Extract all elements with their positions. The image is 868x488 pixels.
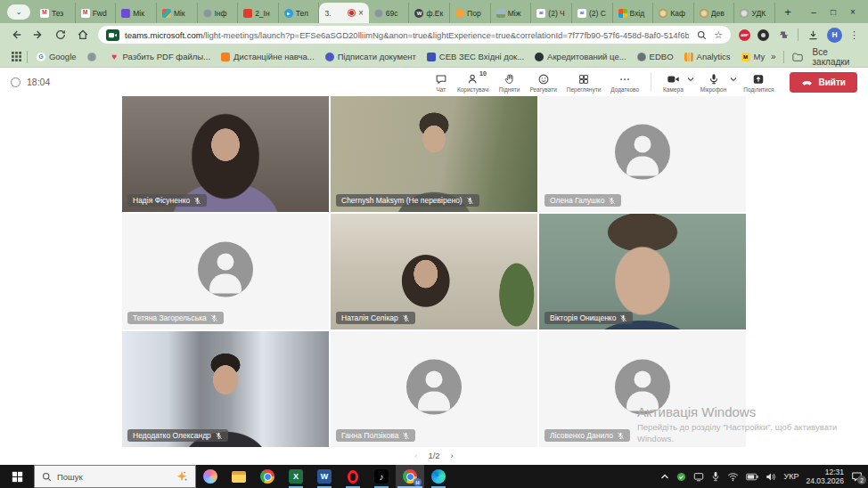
tab-title: Пор [467,9,485,18]
taskbar-app-button[interactable] [424,465,453,488]
profile-avatar[interactable]: H [827,28,842,43]
apps-grid-icon[interactable] [9,50,23,64]
extension-icon[interactable] [757,29,769,41]
participant-tile[interactable]: Надія Фісуненко [122,96,329,212]
adblock-icon[interactable]: ABP [739,29,750,41]
bookmark-item[interactable]: EDBO [632,52,679,61]
participant-grid: Надія Фісуненко Chernysh Maksym (Не пере… [122,96,746,447]
taskbar-app-button[interactable] [196,465,225,488]
participant-tile[interactable]: Олена Галушко [539,96,746,212]
chat-button[interactable]: Чат [430,72,452,93]
menu-kebab-icon[interactable]: ⋮ [849,29,859,41]
tab-search-button[interactable]: ⌄ [7,4,30,20]
bookmark-star-icon[interactable]: ☆ [714,29,723,41]
bookmark-item[interactable]: Google [31,52,82,61]
microphone-button[interactable]: Мікрофон [696,72,732,93]
bookmark-item[interactable]: Analytics [679,52,736,61]
more-button[interactable]: Додатково [606,72,643,93]
bookmark-item[interactable]: Підписати документ [320,52,422,61]
search-highlights-icon[interactable] [176,470,188,483]
participant-tile[interactable]: Недодатко Олександр [122,331,329,447]
raise-hand-button[interactable]: Підняти [495,72,525,93]
browser-tab[interactable]: Між [491,3,532,23]
battery-icon[interactable] [746,473,758,481]
browser-tab[interactable]: УДК [734,3,775,23]
taskbar-app-button[interactable] [310,465,339,488]
page-prev-icon[interactable]: ‹ [414,451,417,460]
view-button[interactable]: Переглянути [562,72,606,93]
share-button[interactable]: Поділитися [739,72,778,93]
tray-chevron-up-icon[interactable] [660,473,669,480]
puzzle-icon[interactable] [776,28,790,42]
bookmark-item[interactable]: Акредитований це... [529,52,632,61]
browser-tab[interactable]: Мік [116,3,157,23]
back-icon[interactable] [9,28,23,42]
forward-icon[interactable] [31,28,45,42]
taskbar-app-button[interactable]: H [396,465,424,488]
bookmark-item[interactable]: Дистанційне навча... [216,52,320,61]
bookmark-item[interactable]: My First Board - Miro [736,52,768,61]
browser-tab[interactable]: (2) С [572,3,613,23]
maximize-button[interactable]: □ [823,7,843,17]
browser-tab[interactable]: Fwd [76,3,117,23]
browser-tab[interactable]: Тез [35,3,76,23]
tray-microphone-icon[interactable] [711,471,720,482]
reload-icon[interactable] [53,28,68,42]
participant-tile[interactable]: Тетяна Загорельська [122,214,329,329]
speaker-icon[interactable] [766,472,776,482]
react-button[interactable]: Реагувати [525,72,561,93]
participant-tile[interactable]: Вікторія Онищенко [539,214,746,329]
taskbar-app-button[interactable] [339,465,367,488]
close-button[interactable]: × [843,7,863,17]
camera-button[interactable]: Камера [659,72,688,93]
browser-tab[interactable]: 2_Ін [238,3,279,23]
browser-tab[interactable]: Інф [198,3,239,23]
taskbar-app-button[interactable] [225,465,253,488]
browser-tab[interactable]: Каф [653,3,694,23]
taskbar-search[interactable]: Пошук [34,465,196,488]
participant-name-pill: Недодатко Олександр [127,429,228,442]
browser-tab[interactable]: (2) Ч [531,3,572,23]
browser-tab[interactable]: 3. × [319,3,368,23]
participant-tile[interactable]: Ганна Ползікова [331,331,537,447]
google-icon [37,53,45,61]
browser-tab[interactable]: Тел [279,3,320,23]
browser-tab[interactable]: Пор [450,3,491,23]
bookmark-item[interactable]: СЕВ ЗЕС Вхідні док... [422,52,529,61]
participant-tile[interactable]: Chernysh Maksym (Не перевірено) [331,96,537,212]
browser-tab[interactable]: Мік [157,3,198,23]
home-icon[interactable] [76,28,90,42]
search-icon[interactable] [694,28,708,42]
browser-tab[interactable]: 69c [369,3,410,23]
participant-tile[interactable]: Лісовенко Данило [539,331,746,447]
clock[interactable]: 12:31 24.03.2026 [806,468,844,485]
taskbar-app-button[interactable] [253,465,282,488]
leave-button[interactable]: Вийти [790,72,857,93]
bookmark-item[interactable] [82,52,105,61]
start-button[interactable] [0,465,34,488]
browser-tab[interactable]: Дев [694,3,735,23]
browser-tab[interactable]: ф.Ек [409,3,450,23]
minimize-button[interactable]: – [804,7,823,17]
language-indicator[interactable]: УКР [783,472,798,481]
participant-tile[interactable]: Наталія Селікар [331,214,537,329]
address-bar[interactable]: teams.microsoft.com/light-meetings/launc… [98,26,731,44]
taskbar-app-button[interactable] [282,465,310,488]
participants-button[interactable]: 10 Користувачі [453,72,494,93]
all-bookmarks-label[interactable]: Все закладки [812,47,859,67]
chevron-down-icon[interactable] [730,69,737,85]
tab-close-icon[interactable]: × [358,9,364,18]
taskbar-app-button[interactable] [367,465,396,488]
teams-meeting: 18:04 Чат 10 Користувачі Підняти [0,68,868,465]
notification-center-button[interactable]: 2 [851,471,863,482]
bookmark-item[interactable]: Разбить PDF файлы... [105,52,216,61]
wifi-icon[interactable] [727,472,739,482]
browser-tab[interactable]: Вхід [613,3,654,23]
cast-device-icon[interactable] [693,472,704,482]
antivirus-icon[interactable] [676,472,686,482]
chevron-down-icon[interactable] [687,69,694,85]
download-icon[interactable] [806,28,820,42]
bookmarks-overflow-icon[interactable]: » [771,52,776,61]
new-tab-button[interactable]: + [779,3,797,20]
page-next-icon[interactable]: › [451,451,454,460]
